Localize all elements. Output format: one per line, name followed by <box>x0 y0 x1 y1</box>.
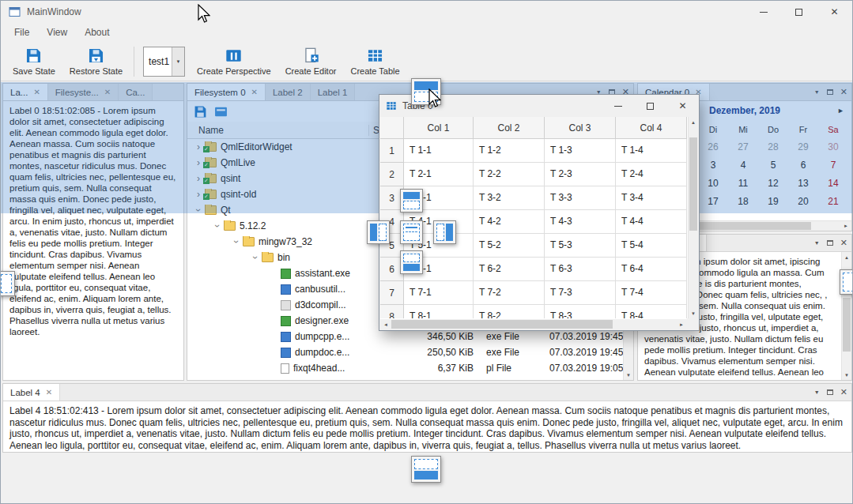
menu-file[interactable]: File <box>6 24 38 40</box>
expander-icon[interactable]: › <box>250 252 261 263</box>
drop-indicator-rest <box>403 254 420 262</box>
create-perspective-button[interactable]: Create Perspective <box>190 43 278 80</box>
scroll-right-icon[interactable]: ► <box>676 319 687 329</box>
table-vscrollbar[interactable]: ▲ ▼ <box>688 117 698 318</box>
row-header[interactable]: 1 <box>380 139 404 163</box>
table-cell[interactable]: T 7-4 <box>616 281 687 305</box>
dock-close-icon[interactable]: ✕ <box>840 387 847 397</box>
table-cell[interactable]: T 7-1 <box>404 281 474 305</box>
tree-row[interactable]: dumpdoc.e...250,50 KiBexe File07.03.2019… <box>187 344 633 360</box>
drop-indicator-area-center[interactable] <box>400 220 423 244</box>
drop-indicator-area-top[interactable] <box>400 189 423 213</box>
table-cell[interactable]: T 1-2 <box>474 139 545 163</box>
scrollbar-thumb[interactable] <box>391 320 613 329</box>
maximize-button[interactable] <box>781 1 817 23</box>
table-cell[interactable]: T 2-3 <box>545 163 616 186</box>
scroll-up-icon[interactable]: ▲ <box>689 117 698 127</box>
scrollbar-track[interactable] <box>391 319 676 329</box>
tab-label-4[interactable]: Label 4 ✕ <box>3 384 60 401</box>
table-cell[interactable]: T 4-2 <box>474 210 545 234</box>
scrollbar-thumb[interactable] <box>843 298 851 352</box>
table-cell[interactable]: T 1-3 <box>545 139 616 163</box>
table-hscrollbar[interactable]: ◄ ► <box>380 319 687 329</box>
drop-indicator-area-right[interactable] <box>433 220 456 244</box>
maximize-button[interactable] <box>634 95 666 117</box>
drop-indicator-window-bottom[interactable] <box>411 456 441 483</box>
dock-close-icon[interactable]: ✕ <box>840 238 847 248</box>
table-cell[interactable]: T 6-3 <box>545 258 616 281</box>
table-cell[interactable]: T 5-3 <box>545 234 616 258</box>
column-header[interactable]: Col 1 <box>404 117 474 139</box>
column-header[interactable]: Col 2 <box>474 117 545 139</box>
table-cell[interactable]: T 3-2 <box>474 186 545 210</box>
table-cell[interactable]: T 3-3 <box>545 186 616 210</box>
floating-table-window[interactable]: Table 0 ✕ Col 1Col 2Col 3Col 41T 1-1T 1-… <box>379 94 700 331</box>
table-cell[interactable]: T 2-1 <box>404 163 474 186</box>
tab-label: Label 4 <box>10 388 40 397</box>
drop-indicator-fill <box>414 81 438 90</box>
minimize-button[interactable] <box>745 1 781 23</box>
tree-row[interactable]: fixqt4head...6,37 KiBpl File07.03.2019 1… <box>187 360 633 376</box>
column-header[interactable]: Col 3 <box>545 117 616 139</box>
create-table-button[interactable]: Create Table <box>343 43 406 80</box>
drop-indicator-window-right[interactable] <box>840 269 853 295</box>
file-name: fixqt4head... <box>293 363 345 374</box>
row-header[interactable]: 8 <box>380 305 404 318</box>
scroll-left-icon[interactable]: ◄ <box>380 319 391 329</box>
table-cell[interactable]: T 1-4 <box>616 139 687 163</box>
restore-state-button[interactable]: Restore State <box>62 43 130 80</box>
app-green-icon <box>281 316 291 326</box>
close-button[interactable]: ✕ <box>666 95 699 117</box>
drop-indicator-fill <box>403 264 420 271</box>
tabs-menu-icon[interactable]: ▼ <box>814 240 820 246</box>
undock-icon[interactable] <box>827 389 833 395</box>
column-header[interactable]: Col 4 <box>616 117 687 139</box>
table-cell[interactable]: T 5-4 <box>616 234 687 258</box>
combo-dropdown-icon[interactable]: ▼ <box>172 47 184 76</box>
perspective-combo[interactable]: test1 ▼ <box>143 47 185 77</box>
expander-icon[interactable]: › <box>231 236 242 247</box>
tree-name-cell: d3dcompil... <box>187 299 369 310</box>
drop-indicator-area-left[interactable] <box>367 220 390 244</box>
table-cell[interactable]: T 3-4 <box>616 186 687 210</box>
table-cell[interactable]: T 6-4 <box>616 258 687 281</box>
scroll-up-icon[interactable]: ▲ <box>842 252 851 262</box>
undock-icon[interactable] <box>827 240 833 246</box>
drop-indicator-area-bottom[interactable] <box>400 250 423 274</box>
scroll-right-icon[interactable]: ► <box>840 221 851 231</box>
scrollbar-thumb[interactable] <box>689 137 697 231</box>
menu-about[interactable]: About <box>76 24 118 40</box>
table-cell[interactable]: T 8-1 <box>404 305 474 318</box>
table-cell[interactable]: T 8-2 <box>474 305 545 318</box>
table-cell[interactable]: T 2-2 <box>474 163 545 186</box>
row-header[interactable]: 2 <box>380 163 404 186</box>
create-editor-button[interactable]: Create Editor <box>278 43 344 80</box>
close-button[interactable]: ✕ <box>817 1 852 23</box>
table-cell[interactable]: T 8-4 <box>616 305 687 318</box>
scroll-down-icon[interactable]: ▼ <box>624 370 633 380</box>
menu-view[interactable]: View <box>38 24 76 40</box>
tree-name-cell: assistant.exe <box>187 268 369 279</box>
expander-icon[interactable]: › <box>212 220 223 231</box>
table-cell[interactable]: T 1-1 <box>404 139 474 163</box>
table-cell[interactable]: T 7-3 <box>545 281 616 305</box>
table-cell[interactable]: T 2-4 <box>616 163 687 186</box>
tabs-menu-icon[interactable]: ▼ <box>814 389 820 395</box>
minimize-button[interactable] <box>602 95 634 117</box>
row-header[interactable]: 7 <box>380 281 404 305</box>
drop-indicator-window-top[interactable] <box>411 78 441 105</box>
table-cell[interactable]: T 6-2 <box>474 258 545 281</box>
scroll-down-icon[interactable]: ▼ <box>842 370 851 380</box>
table-cell[interactable]: T 8-3 <box>545 305 616 318</box>
title-bar[interactable]: MainWindow ✕ <box>1 1 852 23</box>
scroll-down-icon[interactable]: ▼ <box>689 308 698 318</box>
tree-row[interactable]: dumpcpp.e...346,50 KiBexe File07.03.2019… <box>187 329 633 344</box>
save-state-button[interactable]: Save State <box>6 43 62 80</box>
table-cell[interactable]: T 5-2 <box>474 234 545 258</box>
table-cell[interactable]: T 4-3 <box>545 210 616 234</box>
drop-indicator-window-left[interactable] <box>0 271 15 296</box>
table-cell[interactable]: T 7-2 <box>474 281 545 305</box>
tab-close-icon[interactable]: ✕ <box>46 388 52 397</box>
table-cell[interactable]: T 4-4 <box>616 210 687 234</box>
drop-indicator-rest <box>436 224 444 241</box>
